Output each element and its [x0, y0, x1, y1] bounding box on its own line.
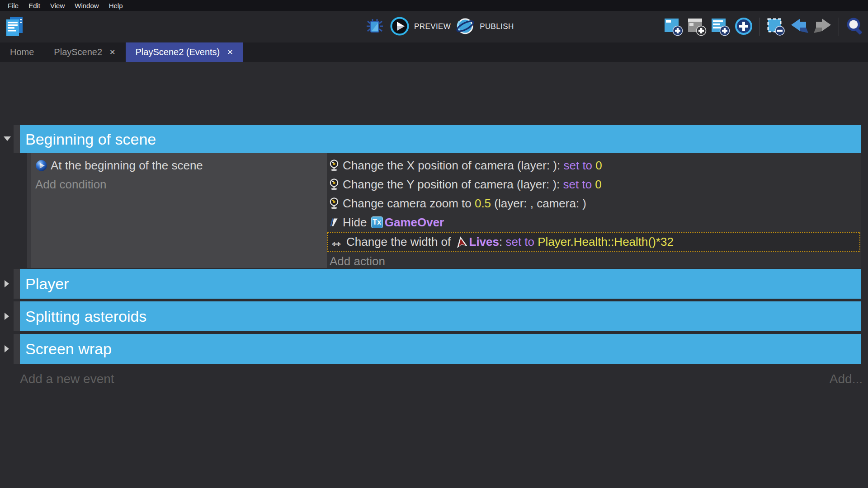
event-group-beginning-of-scene[interactable]: Beginning of scene [20, 125, 861, 153]
event-drag-handle[interactable] [14, 269, 20, 299]
add-comment-icon [710, 16, 730, 38]
group-title: Splitting asteroids [25, 308, 146, 325]
publish-button[interactable] [455, 16, 476, 37]
toolbar: PREVIEW PUBLISH [0, 11, 868, 42]
keyword-text: set to [505, 235, 534, 249]
tab-close-icon[interactable]: ✕ [227, 49, 233, 56]
tab-label: Home [10, 47, 34, 57]
event-drag-handle[interactable] [14, 334, 20, 364]
add-new-event-button[interactable]: Add a new event [20, 372, 114, 386]
event-drag-handle[interactable] [14, 125, 20, 153]
events-sheet: Beginning of scene At the beginning of t… [0, 62, 868, 488]
toolbar-separator [760, 18, 760, 36]
add-event-icon [663, 16, 683, 38]
gdevelop-logo-icon [5, 16, 24, 39]
plain-text [534, 235, 538, 249]
camera-zoom-icon [329, 197, 340, 209]
extract-events-icon [766, 16, 786, 38]
add-subevent-icon [687, 16, 707, 38]
hide-icon [329, 216, 340, 228]
action-row[interactable]: ↔Change the width of Lives: set to Playe… [327, 232, 860, 252]
tab-playscene2-events[interactable]: PlayScene2 (Events)✕ [126, 42, 243, 62]
action-row[interactable]: Change camera zoom to 0.5 (layer: , came… [327, 194, 861, 213]
expand-arrow-icon[interactable] [5, 280, 9, 287]
scene-begin-icon [35, 160, 47, 172]
object-name-text: GameOver [385, 216, 444, 230]
ship-object-icon [455, 236, 467, 248]
debugger-button[interactable] [364, 16, 385, 37]
group-title: Screen wrap [25, 340, 112, 358]
condition-row[interactable]: At the beginning of the scene [31, 156, 327, 175]
add-subevent-button[interactable] [686, 16, 707, 37]
menu-item-edit[interactable]: Edit [24, 2, 45, 9]
event-drag-handle[interactable] [14, 301, 20, 331]
publish-globe-icon [455, 17, 475, 37]
plain-text: Change the Y position of camera (layer: … [343, 178, 563, 192]
expand-arrow-icon[interactable] [5, 345, 9, 352]
add-circle-plus-button[interactable] [733, 16, 754, 37]
camera-icon [329, 160, 340, 171]
search-button[interactable] [844, 16, 865, 37]
expand-arrow-icon[interactable] [5, 313, 9, 320]
add-event-button[interactable] [663, 16, 684, 37]
actions-panel: Change the X position of camera (layer: … [327, 153, 861, 268]
menu-item-help[interactable]: Help [104, 2, 128, 9]
add-action-button[interactable]: Add action [327, 252, 861, 271]
add-circle-plus-icon [734, 16, 754, 38]
preview-label[interactable]: PREVIEW [414, 22, 451, 31]
resize-width-icon: ↔ [330, 235, 343, 249]
plain-text: Change the width of [346, 235, 454, 249]
plain-text [592, 159, 595, 173]
preview-button[interactable] [389, 16, 410, 37]
plain-text: At the beginning of the scene [51, 159, 203, 173]
redo-button[interactable] [812, 16, 833, 37]
keyword-text: set to [563, 159, 592, 173]
tab-playscene2[interactable]: PlayScene2✕ [44, 42, 125, 62]
preview-play-icon [390, 17, 409, 37]
event-group-screen-wrap[interactable]: Screen wrap [20, 334, 861, 364]
tab-label: PlayScene2 (Events) [136, 47, 220, 57]
value-text: 0.5 [475, 197, 491, 211]
tab-home[interactable]: Home [0, 42, 44, 62]
plain-text: Change camera zoom to [343, 197, 475, 211]
value-text: Player.Health::Health()*32 [538, 235, 674, 249]
group-title: Player [25, 275, 69, 293]
action-row[interactable]: Change the X position of camera (layer: … [327, 156, 861, 175]
preview-publish-group: PREVIEW PUBLISH [364, 16, 514, 37]
group-title: Beginning of scene [25, 131, 156, 148]
event-indent-strip [27, 153, 31, 268]
plain-text: : [499, 235, 505, 249]
action-row[interactable]: Change the Y position of camera (layer: … [327, 175, 861, 194]
action-row[interactable]: Hide TxGameOver [327, 213, 861, 232]
plain-text: Hide [343, 216, 370, 230]
debugger-bug-icon [366, 18, 383, 36]
menu-item-view[interactable]: View [45, 2, 70, 9]
toolbar-right-icons [663, 16, 865, 37]
text-object-icon: Tx [371, 216, 383, 228]
value-text: 0 [595, 178, 601, 192]
object-name-text: Lives [469, 235, 500, 249]
search-icon [845, 16, 864, 38]
event-group-splitting-asteroids[interactable]: Splitting asteroids [20, 301, 861, 331]
keyword-text: set to [563, 178, 592, 192]
collapse-arrow-icon[interactable] [4, 136, 11, 141]
publish-label[interactable]: PUBLISH [480, 22, 514, 31]
conditions-panel: At the beginning of the sceneAdd conditi… [31, 153, 327, 268]
event-group-player[interactable]: Player [20, 269, 861, 299]
value-text: 0 [595, 159, 602, 173]
camera-icon [329, 178, 340, 190]
undo-button[interactable] [789, 16, 810, 37]
menu-item-file[interactable]: File [3, 2, 24, 9]
menu-bar: FileEditViewWindowHelp [0, 0, 868, 11]
tab-label: PlayScene2 [54, 47, 102, 57]
redo-icon [813, 16, 833, 38]
tab-bar: HomePlayScene2✕PlayScene2 (Events)✕ [0, 42, 868, 62]
plain-text: Change the X position of camera (layer: … [343, 159, 563, 173]
tab-close-icon[interactable]: ✕ [109, 49, 115, 56]
add-comment-button[interactable] [710, 16, 731, 37]
menu-item-window[interactable]: Window [70, 2, 104, 9]
undo-icon [789, 16, 809, 38]
add-button[interactable]: Add... [830, 372, 863, 386]
extract-events-button[interactable] [765, 16, 786, 37]
add-condition-button[interactable]: Add condition [31, 175, 327, 194]
